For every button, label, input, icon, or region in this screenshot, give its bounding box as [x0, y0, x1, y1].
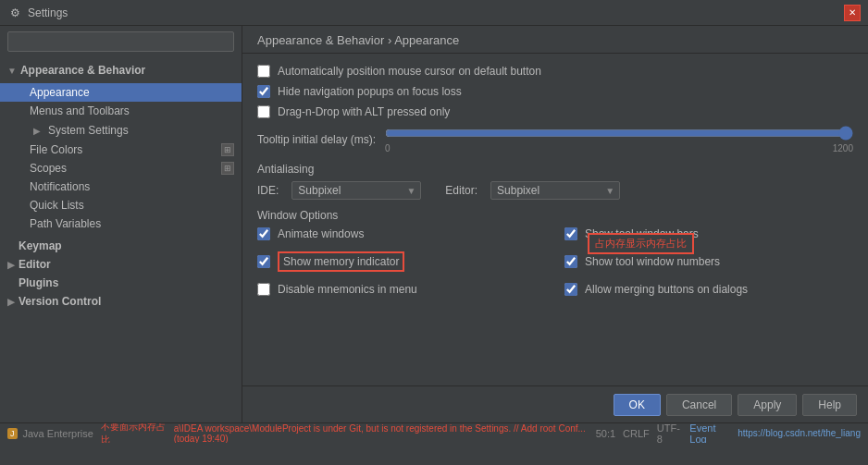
tooltip-delay-slider[interactable] — [385, 126, 853, 141]
checkbox-row-show-tool-window-numbers: Show tool window numbers — [564, 251, 853, 272]
settings-icon: ⚙ — [7, 6, 22, 20]
checkbox-row-allow-merging: Allow merging buttons on dialogs — [564, 283, 853, 296]
sidebar-label-scopes: Scopes — [30, 162, 67, 175]
sidebar-label-quick-lists: Quick Lists — [30, 199, 84, 212]
sidebar-item-editor[interactable]: ▶ Editor — [0, 255, 242, 274]
window-options-grid: Animate windows Show tool window bars Sh… — [257, 227, 853, 303]
git-message: a\IDEA workspace\ModuleProject is under … — [174, 423, 589, 444]
checkbox-row-hide-nav: Hide navigation popups on focus loss — [257, 85, 853, 98]
checkbox-auto-cursor[interactable] — [257, 65, 270, 78]
tooltip-delay-slider-container: 0 1200 — [385, 126, 853, 153]
editor-select-wrapper: Subpixel Greyscale No antialiasing ▼ — [490, 181, 620, 200]
label-allow-merging: Allow merging buttons on dialogs — [585, 283, 748, 296]
sidebar-item-version-control[interactable]: ▶ Version Control — [0, 292, 242, 311]
sidebar-item-system-settings[interactable]: ▶ System Settings — [0, 120, 242, 141]
position-indicator: 50:1 — [596, 428, 615, 439]
sidebar-label-appearance: Appearance — [30, 86, 90, 99]
editor-arrow: ▶ — [7, 260, 15, 270]
checkbox-row-auto-cursor: Automatically position mouse cursor on d… — [257, 65, 853, 78]
highlight-annotation: 占内存显示内存占比 — [588, 233, 694, 254]
apply-button[interactable]: Apply — [738, 394, 797, 416]
git-warning-text: 不要面示内存占比 — [101, 422, 167, 443]
main-container: ▼ Appearance & Behavior Appearance Menus… — [0, 26, 868, 422]
ide-select-wrapper: Subpixel Greyscale No antialiasing ▼ — [291, 181, 421, 200]
java-enterprise-label: Java Enterprise — [23, 428, 93, 439]
sidebar-item-appearance[interactable]: Appearance — [0, 83, 242, 102]
status-bar-left: J Java Enterprise — [7, 428, 93, 439]
checkbox-row-animate-windows: Animate windows — [257, 227, 546, 240]
checkbox-row-disable-mnemonics: Disable mnemonics in menu — [257, 283, 546, 296]
sidebar-item-notifications[interactable]: Notifications — [0, 177, 242, 196]
sidebar-label-version-control: Version Control — [19, 295, 101, 308]
slider-min-label: 0 — [385, 143, 391, 153]
breadcrumb: Appearance & Behavior › Appearance — [242, 26, 868, 54]
slider-max-label: 1200 — [833, 143, 853, 153]
sidebar-label-path-variables: Path Variables — [30, 217, 101, 230]
sidebar-label-notifications: Notifications — [30, 180, 90, 193]
ide-antialiasing-select[interactable]: Subpixel Greyscale No antialiasing — [291, 181, 421, 200]
status-bar: J Java Enterprise 不要面示内存占比 a\IDEA worksp… — [0, 422, 868, 443]
sidebar-item-plugins[interactable]: ▶ Plugins — [0, 274, 242, 292]
tooltip-delay-row: Tooltip initial delay (ms): 0 1200 — [257, 126, 853, 153]
sidebar-item-quick-lists[interactable]: Quick Lists — [0, 196, 242, 214]
expand-arrow: ▼ — [7, 66, 17, 76]
sidebar-label-keymap: Keymap — [19, 239, 62, 252]
checkbox-allow-merging[interactable] — [564, 283, 577, 296]
cancel-button[interactable]: Cancel — [666, 394, 732, 416]
crlf-indicator: CRLF — [623, 428, 650, 439]
sidebar-label-plugins: Plugins — [19, 276, 58, 289]
tooltip-delay-label: Tooltip initial delay (ms): — [257, 133, 376, 146]
ok-button[interactable]: OK — [614, 394, 661, 416]
checkbox-show-memory-indicator[interactable] — [257, 255, 270, 268]
sidebar-item-scopes[interactable]: Scopes ⊞ — [0, 159, 242, 177]
checkbox-row-drag-drop: Drag-n-Drop with ALT pressed only — [257, 105, 853, 118]
sidebar-label-file-colors: File Colors — [30, 143, 82, 156]
sidebar-label-editor: Editor — [19, 258, 51, 271]
editor-antialiasing-select[interactable]: Subpixel Greyscale No antialiasing — [490, 181, 620, 200]
label-show-memory-indicator: Show memory indicator — [278, 251, 404, 272]
antialiasing-row: IDE: Subpixel Greyscale No antialiasing … — [257, 181, 853, 200]
sidebar-item-file-colors[interactable]: File Colors ⊞ — [0, 141, 242, 159]
java-enterprise-badge: J — [7, 428, 18, 439]
ide-label: IDE: — [257, 184, 279, 197]
ext-icon-file-colors: ⊞ — [221, 143, 234, 156]
expand-arrow-system: ▶ — [30, 123, 44, 138]
title-bar: ⚙ Settings ✕ — [0, 0, 868, 26]
antialiasing-section-header: Antialiasing — [257, 163, 853, 176]
label-hide-nav: Hide navigation popups on focus loss — [278, 85, 462, 98]
sidebar-item-keymap[interactable]: ▶ Keymap — [0, 237, 242, 255]
keymap-arrow: ▶ — [7, 241, 15, 251]
search-input[interactable] — [7, 31, 234, 52]
checkbox-disable-mnemonics[interactable] — [257, 283, 270, 296]
content-area: Appearance & Behavior › Appearance Autom… — [242, 26, 868, 422]
sidebar: ▼ Appearance & Behavior Appearance Menus… — [0, 26, 242, 422]
help-button[interactable]: Help — [802, 394, 857, 416]
checkbox-show-tool-window-numbers[interactable] — [564, 255, 577, 268]
window-title: Settings — [28, 6, 844, 19]
csdn-url[interactable]: https://blog.csdn.net/the_liang — [738, 428, 861, 438]
sidebar-item-path-variables[interactable]: Path Variables — [0, 214, 242, 233]
checkbox-animate-windows[interactable] — [257, 227, 270, 240]
encoding-indicator: UTF-8 — [657, 422, 683, 443]
sidebar-item-menus-toolbars[interactable]: Menus and Toolbars — [0, 102, 242, 120]
label-auto-cursor: Automatically position mouse cursor on d… — [278, 65, 541, 78]
checkbox-hide-nav[interactable] — [257, 85, 270, 98]
sidebar-label-appearance-behavior: Appearance & Behavior — [20, 64, 145, 77]
event-log-link[interactable]: Event Log — [689, 422, 730, 443]
plugins-arrow: ▶ — [7, 278, 15, 288]
label-show-tool-window-numbers: Show tool window numbers — [585, 255, 720, 268]
sidebar-children-appearance-behavior: Appearance Menus and Toolbars ▶ System S… — [0, 80, 242, 237]
version-control-arrow: ▶ — [7, 297, 15, 307]
status-bar-right: 不要面示内存占比 a\IDEA workspace\ModuleProject … — [101, 422, 861, 443]
label-drag-drop: Drag-n-Drop with ALT pressed only — [278, 105, 450, 118]
bottom-buttons: OK Cancel Apply Help — [242, 385, 868, 422]
checkbox-drag-drop[interactable] — [257, 105, 270, 118]
checkbox-show-tool-window-bars[interactable] — [564, 227, 577, 240]
checkbox-row-show-memory-indicator: Show memory indicator 占内存显示内存占比 — [257, 251, 546, 272]
ext-icon-scopes: ⊞ — [221, 162, 234, 175]
close-button[interactable]: ✕ — [844, 5, 861, 21]
settings-content: Automatically position mouse cursor on d… — [242, 54, 868, 385]
nav-tree: ▼ Appearance & Behavior Appearance Menus… — [0, 57, 242, 314]
sidebar-label-system-settings: System Settings — [48, 124, 129, 137]
sidebar-item-appearance-behavior[interactable]: ▼ Appearance & Behavior — [0, 61, 242, 80]
